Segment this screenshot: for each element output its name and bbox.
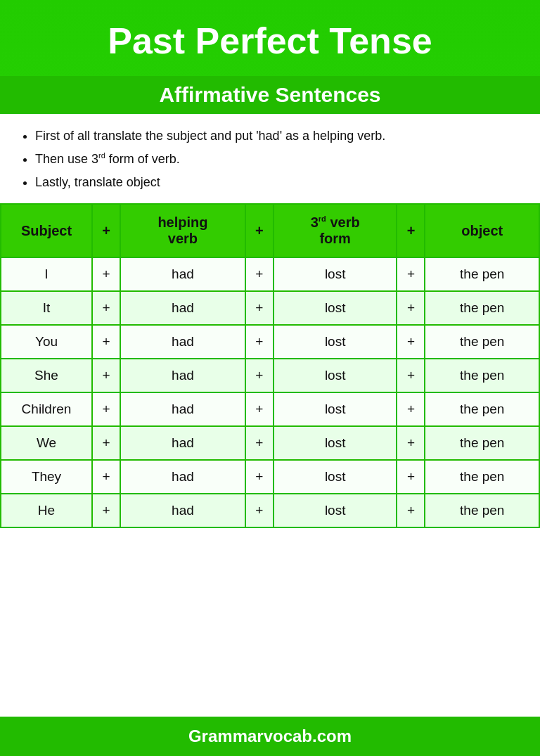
cell-plus3: + xyxy=(397,426,425,460)
cell-verb-form: lost xyxy=(274,359,397,392)
header-plus2: + xyxy=(245,204,274,257)
cell-helping-verb: had xyxy=(120,257,245,291)
table-row: I+had+lost+the pen xyxy=(1,257,539,291)
cell-plus1: + xyxy=(92,460,120,494)
cell-plus3: + xyxy=(397,359,425,392)
cell-object: the pen xyxy=(425,325,539,359)
cell-object: the pen xyxy=(425,426,539,460)
cell-object: the pen xyxy=(425,494,539,527)
cell-subject: It xyxy=(1,291,92,325)
cell-object: the pen xyxy=(425,460,539,494)
cell-object: the pen xyxy=(425,291,539,325)
header-plus3: + xyxy=(397,204,425,257)
cell-subject: Children xyxy=(1,392,92,426)
cell-subject: They xyxy=(1,460,92,494)
cell-plus2: + xyxy=(245,359,274,392)
table-row: She+had+lost+the pen xyxy=(1,359,539,392)
cell-object: the pen xyxy=(425,392,539,426)
cell-plus3: + xyxy=(397,257,425,291)
cell-plus2: + xyxy=(245,460,274,494)
bullet-2: Then use 3rd form of verb. xyxy=(35,150,519,169)
header-subject: Subject xyxy=(1,204,92,257)
table-header-row: Subject + helpingverb + 3rd verbform + o… xyxy=(1,204,539,257)
cell-plus2: + xyxy=(245,291,274,325)
table-row: We+had+lost+the pen xyxy=(1,426,539,460)
bullet-section: First of all translate the subject and p… xyxy=(0,114,540,203)
cell-plus2: + xyxy=(245,494,274,527)
cell-helping-verb: had xyxy=(120,426,245,460)
cell-verb-form: lost xyxy=(274,257,397,291)
cell-plus1: + xyxy=(92,426,120,460)
table-container: Subject + helpingverb + 3rd verbform + o… xyxy=(0,203,540,717)
cell-subject: He xyxy=(1,494,92,527)
table-row: They+had+lost+the pen xyxy=(1,460,539,494)
cell-plus2: + xyxy=(245,392,274,426)
cell-plus3: + xyxy=(397,392,425,426)
grammar-table: Subject + helpingverb + 3rd verbform + o… xyxy=(0,203,540,528)
table-row: Children+had+lost+the pen xyxy=(1,392,539,426)
header-plus1: + xyxy=(92,204,120,257)
subtitle-bar: Affirmative Sentences xyxy=(0,76,540,114)
cell-plus3: + xyxy=(397,291,425,325)
cell-verb-form: lost xyxy=(274,460,397,494)
cell-plus3: + xyxy=(397,460,425,494)
cell-helping-verb: had xyxy=(120,359,245,392)
cell-plus1: + xyxy=(92,494,120,527)
cell-subject: She xyxy=(1,359,92,392)
cell-object: the pen xyxy=(425,359,539,392)
cell-subject: We xyxy=(1,426,92,460)
cell-plus1: + xyxy=(92,291,120,325)
cell-plus2: + xyxy=(245,257,274,291)
table-row: It+had+lost+the pen xyxy=(1,291,539,325)
cell-helping-verb: had xyxy=(120,460,245,494)
header-object: object xyxy=(425,204,539,257)
cell-helping-verb: had xyxy=(120,291,245,325)
cell-helping-verb: had xyxy=(120,494,245,527)
cell-plus2: + xyxy=(245,325,274,359)
bullet-1: First of all translate the subject and p… xyxy=(35,127,519,146)
cell-object: the pen xyxy=(425,257,539,291)
cell-plus3: + xyxy=(397,494,425,527)
header-helping-verb: helpingverb xyxy=(120,204,245,257)
footer-bar: Grammarvocab.com xyxy=(0,717,540,756)
cell-subject: You xyxy=(1,325,92,359)
header-verb-form: 3rd verbform xyxy=(274,204,397,257)
cell-helping-verb: had xyxy=(120,325,245,359)
table-row: He+had+lost+the pen xyxy=(1,494,539,527)
cell-plus3: + xyxy=(397,325,425,359)
cell-verb-form: lost xyxy=(274,494,397,527)
cell-verb-form: lost xyxy=(274,392,397,426)
cell-verb-form: lost xyxy=(274,291,397,325)
cell-subject: I xyxy=(1,257,92,291)
table-row: You+had+lost+the pen xyxy=(1,325,539,359)
cell-plus2: + xyxy=(245,426,274,460)
cell-plus1: + xyxy=(92,325,120,359)
bullet-3: Lastly, translate object xyxy=(35,173,519,192)
cell-plus1: + xyxy=(92,392,120,426)
main-title: Past Perfect Tense xyxy=(0,0,540,76)
cell-verb-form: lost xyxy=(274,325,397,359)
cell-verb-form: lost xyxy=(274,426,397,460)
cell-plus1: + xyxy=(92,257,120,291)
cell-plus1: + xyxy=(92,359,120,392)
cell-helping-verb: had xyxy=(120,392,245,426)
